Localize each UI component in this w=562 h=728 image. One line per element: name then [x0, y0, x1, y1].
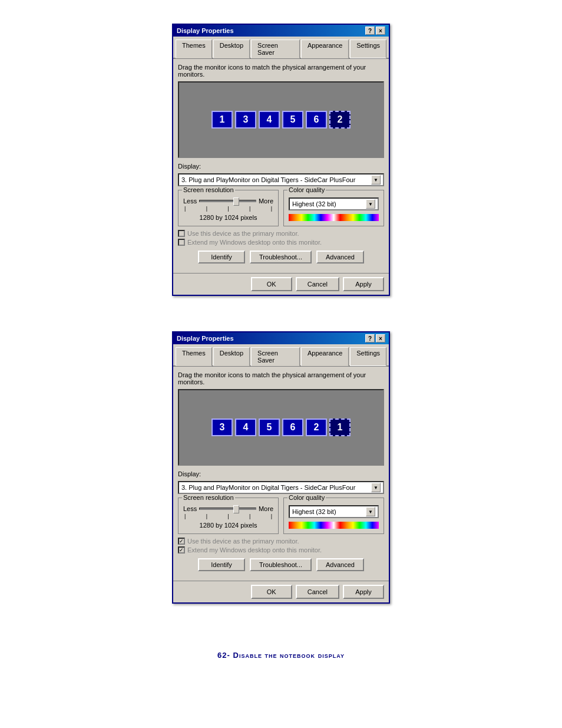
- screen-resolution-group-1: Screen resolution Less More ||||| 1280 b…: [178, 190, 279, 226]
- checkbox-extend-1[interactable]: [178, 239, 185, 246]
- buttons-row-1: Identify Troubleshoot... Advanced: [178, 251, 384, 263]
- display-label-2: Display:: [178, 470, 204, 477]
- monitor-icons-1: 1 3 4 5 6 2: [211, 111, 351, 129]
- monitor-2-3[interactable]: 5: [259, 419, 280, 436]
- dialog-content-2: Drag the monitor icons to match the phys…: [173, 367, 389, 581]
- display-select-2[interactable]: 3. Plug and PlayMonitor on Digital Tiger…: [178, 481, 384, 494]
- select-arrow-2: ▼: [371, 483, 381, 492]
- dialog-1-title: Display Properties: [177, 27, 234, 34]
- instruction-1: Drag the monitor icons to match the phys…: [178, 64, 384, 78]
- tab-desktop-2[interactable]: Desktop: [213, 347, 250, 366]
- checkbox-primary-2[interactable]: ✓: [178, 538, 185, 545]
- color-quality-select-row-2: Highest (32 bit) ▼: [289, 505, 379, 518]
- monitor-2-2[interactable]: 4: [235, 419, 256, 436]
- troubleshoot-button-1[interactable]: Troubleshoot...: [250, 251, 312, 263]
- more-label-1: More: [259, 197, 273, 205]
- dialog-content-1: Drag the monitor icons to match the phys…: [173, 59, 389, 273]
- apply-button-1[interactable]: Apply: [343, 277, 384, 291]
- color-quality-value-1: Highest (32 bit): [292, 200, 336, 207]
- color-quality-select-row-1: Highest (32 bit) ▼: [289, 197, 379, 210]
- tab-screensaver-1[interactable]: Screen Saver: [251, 39, 300, 58]
- resolution-text-1: 1280 by 1024 pixels: [183, 214, 273, 221]
- ok-button-2[interactable]: OK: [251, 585, 292, 599]
- cancel-button-2[interactable]: Cancel: [296, 585, 339, 599]
- monitor-2-4[interactable]: 6: [282, 419, 303, 436]
- title-bar-2: Display Properties ? ×: [173, 332, 389, 344]
- advanced-button-1[interactable]: Advanced: [316, 251, 364, 263]
- tab-settings-1[interactable]: Settings: [350, 39, 386, 58]
- slider-row-2: Less More: [183, 505, 273, 512]
- dialog-bottom-1: OK Cancel Apply: [173, 273, 389, 295]
- two-col-1: Screen resolution Less More ||||| 1280 b…: [178, 190, 384, 226]
- checkbox-row-2-2: ✓ Extend my Windows desktop onto this mo…: [178, 546, 384, 554]
- dialog-1: Display Properties ? × Themes Desktop Sc…: [172, 24, 390, 296]
- close-button-1[interactable]: ×: [376, 27, 385, 35]
- advanced-button-2[interactable]: Advanced: [316, 558, 364, 571]
- screen-resolution-label-1: Screen resolution: [182, 186, 235, 193]
- cancel-button-1[interactable]: Cancel: [296, 277, 339, 291]
- tab-screensaver-2[interactable]: Screen Saver: [251, 347, 300, 366]
- monitor-1-5[interactable]: 6: [306, 111, 327, 129]
- display-select-value-2: 3. Plug and PlayMonitor on Digital Tiger…: [181, 484, 355, 491]
- monitor-2-5[interactable]: 2: [306, 419, 327, 436]
- checkbox-primary-label-2: Use this device as the primary monitor.: [187, 538, 299, 545]
- color-quality-select-2[interactable]: Highest (32 bit) ▼: [289, 505, 379, 518]
- dialog-2: Display Properties ? × Themes Desktop Sc…: [172, 331, 390, 604]
- monitor-1-2[interactable]: 3: [235, 111, 256, 129]
- monitor-1-6[interactable]: 2: [329, 111, 351, 129]
- display-select-row-1: 3. Plug and PlayMonitor on Digital Tiger…: [178, 173, 384, 186]
- close-button-2[interactable]: ×: [376, 334, 385, 342]
- display-select-1[interactable]: 3. Plug and PlayMonitor on Digital Tiger…: [178, 173, 384, 186]
- tick-marks-2: |||||: [183, 513, 273, 519]
- apply-button-2[interactable]: Apply: [343, 585, 384, 599]
- display-row-1: Display:: [178, 163, 384, 170]
- less-label-2: Less: [183, 505, 197, 512]
- tab-desktop-1[interactable]: Desktop: [213, 39, 250, 58]
- troubleshoot-button-2[interactable]: Troubleshoot...: [250, 558, 312, 571]
- slider-row-1: Less More: [183, 197, 273, 205]
- page-wrapper: Display Properties ? × Themes Desktop Sc…: [0, 24, 562, 660]
- color-quality-value-2: Highest (32 bit): [292, 508, 336, 515]
- tab-settings-2[interactable]: Settings: [350, 347, 386, 366]
- checkbox-primary-1[interactable]: [178, 230, 185, 237]
- checkbox-row-1-1: Use this device as the primary monitor.: [178, 230, 384, 237]
- more-label-2: More: [259, 505, 273, 512]
- checkbox-extend-label-1: Extend my Windows desktop onto this moni…: [187, 239, 322, 246]
- monitor-1-1[interactable]: 1: [211, 111, 233, 129]
- slider-track-2[interactable]: [199, 508, 256, 510]
- help-button-1[interactable]: ?: [365, 27, 375, 35]
- monitor-icons-2: 3 4 5 6 2 1: [211, 419, 351, 436]
- slider-thumb-2[interactable]: [233, 505, 239, 513]
- checkbox-extend-2[interactable]: ✓: [178, 546, 185, 554]
- slider-track-1[interactable]: [199, 200, 256, 202]
- tab-bar-1: Themes Desktop Screen Saver Appearance S…: [173, 37, 389, 59]
- color-quality-group-2: Color quality Highest (32 bit) ▼: [283, 498, 384, 534]
- color-select-arrow-2: ▼: [366, 507, 375, 516]
- tab-themes-1[interactable]: Themes: [176, 39, 212, 58]
- help-button-2[interactable]: ?: [365, 334, 375, 342]
- color-quality-label-2: Color quality: [287, 494, 326, 501]
- tab-appearance-2[interactable]: Appearance: [301, 347, 349, 366]
- tab-themes-2[interactable]: Themes: [176, 347, 212, 366]
- checkbox-extend-label-2: Extend my Windows desktop onto this moni…: [187, 546, 322, 554]
- tick-marks-1: |||||: [183, 206, 273, 212]
- monitor-2-1[interactable]: 3: [211, 419, 233, 436]
- monitor-1-4[interactable]: 5: [282, 111, 303, 129]
- title-bar-buttons-2: ? ×: [365, 334, 385, 342]
- monitor-1-3[interactable]: 4: [259, 111, 280, 129]
- ok-button-1[interactable]: OK: [251, 277, 292, 291]
- resolution-text-2: 1280 by 1024 pixels: [183, 522, 273, 529]
- monitor-2-6[interactable]: 1: [329, 419, 351, 436]
- page-caption: 62- Disable the notebook display: [217, 651, 345, 660]
- slider-thumb-1[interactable]: [233, 197, 239, 206]
- tab-appearance-1[interactable]: Appearance: [301, 39, 349, 58]
- identify-button-1[interactable]: Identify: [198, 251, 245, 263]
- title-bar-1: Display Properties ? ×: [173, 25, 389, 37]
- display-select-value-1: 3. Plug and PlayMonitor on Digital Tiger…: [181, 176, 355, 183]
- display-row-2: Display:: [178, 470, 384, 477]
- color-quality-select-1[interactable]: Highest (32 bit) ▼: [289, 197, 379, 210]
- less-label-1: Less: [183, 197, 197, 205]
- color-select-arrow-1: ▼: [366, 199, 375, 209]
- identify-button-2[interactable]: Identify: [198, 558, 245, 571]
- checkbox-primary-label-1: Use this device as the primary monitor.: [187, 230, 299, 237]
